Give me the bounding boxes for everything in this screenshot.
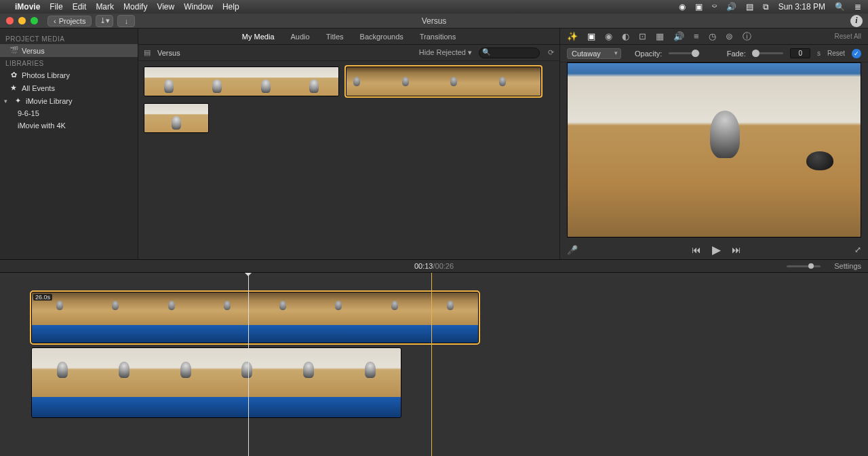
back-to-projects-button[interactable]: ‹ Projects xyxy=(47,16,92,26)
skimmer[interactable] xyxy=(248,273,249,456)
play-button[interactable]: ▶ xyxy=(712,243,721,257)
timeline-settings-button[interactable]: Settings xyxy=(834,262,861,270)
traffic-lights xyxy=(0,17,38,24)
status-notifications-icon[interactable]: ≣ xyxy=(854,2,861,12)
apply-check-icon[interactable]: ✓ xyxy=(852,49,861,58)
sidebar-all-events[interactable]: ★ All Events xyxy=(0,81,138,94)
library-star-icon: ✦ xyxy=(14,96,22,105)
tab-my-media[interactable]: My Media xyxy=(242,33,275,41)
timeline-clip-connected[interactable] xyxy=(31,347,401,418)
menu-modify[interactable]: Modify xyxy=(123,2,147,12)
filter-dropdown[interactable]: Hide Rejected ▾ xyxy=(419,48,472,57)
menu-view[interactable]: View xyxy=(157,2,174,12)
transport-controls: 🎤 ⏮ ▶ ⏭ ⤢ xyxy=(560,240,868,259)
media-browser: My Media Audio Titles Backgrounds Transi… xyxy=(138,28,560,259)
share-button[interactable]: ↓ xyxy=(117,15,135,27)
browser-tabs: My Media Audio Titles Backgrounds Transi… xyxy=(138,28,559,45)
menu-file[interactable]: File xyxy=(50,2,62,12)
viewer-panel: ✨ ▣ ◉ ◐ ⊡ ▦ 🔊 ≡ ◷ ⊚ ⓘ Reset All Cutaway … xyxy=(560,28,868,259)
overlay-inspector-row: Cutaway Opacity: Fade: 0 s Reset ✓ xyxy=(560,45,868,62)
menu-window[interactable]: Window xyxy=(184,2,213,12)
status-volume-icon[interactable]: 🔊 xyxy=(726,2,736,12)
minimize-window-button[interactable] xyxy=(18,17,26,24)
menu-mark[interactable]: Mark xyxy=(96,2,114,12)
sidebar-photos-library[interactable]: ✿ Photos Library xyxy=(0,69,138,81)
tab-titles[interactable]: Titles xyxy=(326,33,344,41)
fullscreen-button[interactable]: ⤢ xyxy=(854,245,861,254)
sidebar-item-label: iMovie Library xyxy=(26,97,72,105)
opacity-slider[interactable] xyxy=(669,52,700,54)
status-bluetooth-icon[interactable]: ⌔ xyxy=(712,2,717,12)
status-record-icon[interactable]: ◉ xyxy=(679,2,686,12)
window-titlebar: ‹ Projects ⤓▾ ↓ Versus i xyxy=(0,14,868,28)
total-time: 00:26 xyxy=(435,262,454,270)
clip-info-icon[interactable]: ⓘ xyxy=(743,31,751,43)
preview-viewer[interactable] xyxy=(567,62,861,238)
window-title: Versus xyxy=(422,16,447,26)
menu-edit[interactable]: Edit xyxy=(73,2,87,12)
fade-unit: s xyxy=(817,50,821,57)
media-clip-2[interactable]: 26.0s xyxy=(346,66,541,96)
tab-audio[interactable]: Audio xyxy=(291,33,310,41)
tab-backgrounds[interactable]: Backgrounds xyxy=(360,33,403,41)
browser-title: Versus xyxy=(157,49,180,57)
sidebar-imovie-library[interactable]: ▾ ✦ iMovie Library xyxy=(0,94,138,107)
list-view-icon[interactable]: ▤ xyxy=(144,48,151,57)
enhance-icon[interactable]: ✨ xyxy=(567,31,578,41)
info-button[interactable]: i xyxy=(850,15,863,27)
import-media-button[interactable]: ⤓▾ xyxy=(96,15,113,27)
sidebar-event-9-6-15[interactable]: 9-6-15 xyxy=(0,107,138,119)
status-flag-icon[interactable]: ▤ xyxy=(746,2,753,12)
timeline-header: 00:13 / 00:26 Settings xyxy=(0,259,868,273)
media-clip-1[interactable] xyxy=(144,66,339,96)
fade-value[interactable]: 0 xyxy=(790,48,810,58)
sidebar-item-label: Versus xyxy=(22,47,45,55)
sidebar-project-versus[interactable]: 🎬 Versus xyxy=(0,44,138,57)
stabilization-icon[interactable]: ▦ xyxy=(656,31,664,41)
project-media-header: PROJECT MEDIA xyxy=(0,33,138,44)
overlay-settings-icon[interactable]: ▣ xyxy=(587,31,595,41)
timeline[interactable]: 26.0s xyxy=(0,273,868,456)
noise-reduction-icon[interactable]: ≡ xyxy=(694,31,699,41)
status-airplay-icon[interactable]: ▣ xyxy=(695,2,703,12)
timeline-clip-primary[interactable]: 26.0s xyxy=(31,292,479,343)
overlay-type-dropdown[interactable]: Cutaway xyxy=(567,48,621,59)
color-balance-icon[interactable]: ◉ xyxy=(605,31,612,41)
zoom-window-button[interactable] xyxy=(31,17,38,24)
next-frame-button[interactable]: ⏭ xyxy=(732,244,741,255)
viewer-mouse xyxy=(806,151,833,170)
playhead[interactable] xyxy=(431,273,432,456)
status-spotlight-icon[interactable]: 🔍 xyxy=(835,2,845,12)
sidebar-item-label: Photos Library xyxy=(22,71,70,79)
current-time: 00:13 xyxy=(414,262,433,270)
volume-icon[interactable]: 🔊 xyxy=(673,31,684,41)
menu-help[interactable]: Help xyxy=(222,2,239,12)
crop-icon[interactable]: ⊡ xyxy=(639,31,646,41)
sidebar-event-imovie-4k[interactable]: iMovie with 4K xyxy=(0,119,138,132)
tab-transitions[interactable]: Transitions xyxy=(420,33,456,41)
media-clip-3[interactable] xyxy=(144,103,209,133)
media-clips-area: 26.0s xyxy=(138,61,559,259)
fade-label: Fade: xyxy=(727,50,746,58)
speed-icon[interactable]: ◷ xyxy=(709,31,716,41)
color-correction-icon[interactable]: ◐ xyxy=(622,31,629,41)
app-menu[interactable]: iMovie xyxy=(15,2,40,12)
sidebar-item-label: iMovie with 4K xyxy=(18,121,66,130)
reset-all-button[interactable]: Reset All xyxy=(835,33,861,40)
reset-button[interactable]: Reset xyxy=(827,50,845,57)
status-clock[interactable]: Sun 3:18 PM xyxy=(778,2,825,12)
timeline-zoom-slider[interactable] xyxy=(787,265,821,267)
sidebar-item-label: All Events xyxy=(22,84,55,92)
clip-filter-icon[interactable]: ⊚ xyxy=(726,31,733,41)
disclosure-triangle-icon[interactable]: ▾ xyxy=(4,98,9,104)
import-icon[interactable]: ⟳ xyxy=(548,48,554,57)
timeline-clip-audio-track[interactable] xyxy=(32,325,478,343)
fade-slider[interactable] xyxy=(753,52,784,54)
search-input[interactable] xyxy=(479,48,540,58)
close-window-button[interactable] xyxy=(6,17,14,24)
browser-header: ▤ Versus Hide Rejected ▾ ⟳ xyxy=(138,45,559,61)
status-wifi-icon[interactable]: ⧉ xyxy=(763,2,769,12)
prev-frame-button[interactable]: ⏮ xyxy=(692,244,701,255)
timeline-clip-audio-track[interactable] xyxy=(32,397,401,417)
voiceover-button[interactable]: 🎤 xyxy=(567,245,578,255)
